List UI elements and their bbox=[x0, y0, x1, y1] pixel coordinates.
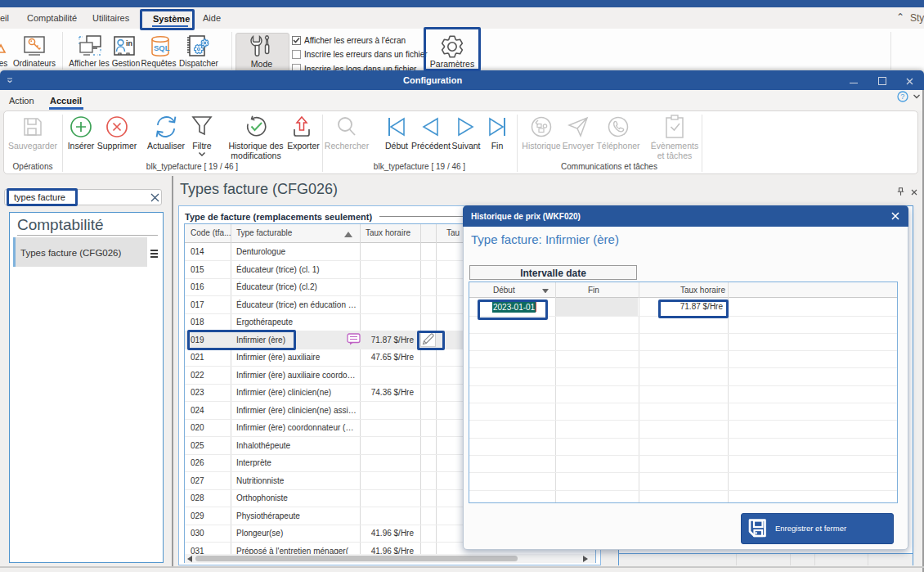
svg-text:in: in bbox=[126, 39, 132, 47]
svg-text:SQL: SQL bbox=[154, 43, 170, 52]
svg-text:?: ? bbox=[900, 92, 904, 101]
